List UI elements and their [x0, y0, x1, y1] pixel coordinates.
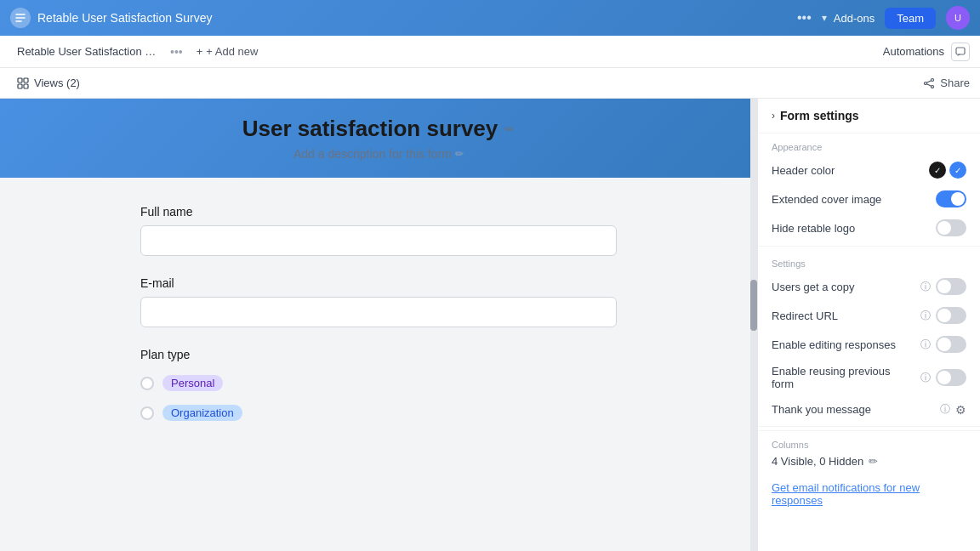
svg-point-5 [932, 78, 934, 81]
views-bar: Views (2) Share [0, 68, 980, 99]
blue-check-icon: ✓ [954, 166, 961, 175]
enable-editing-info-icon[interactable]: ⓘ [920, 338, 931, 352]
share-label: Share [940, 77, 970, 89]
organization-badge[interactable]: Organization [162, 405, 242, 421]
form-content: Full name E-mail Plan type Personal Orga… [123, 178, 634, 455]
thank-you-label: Thank you message [772, 403, 935, 416]
color-blue-button[interactable]: ✓ [949, 162, 966, 179]
users-copy-row: Users get a copy ⓘ [758, 272, 980, 301]
fullname-field-group: Full name [140, 205, 617, 256]
hide-logo-toggle[interactable] [936, 219, 966, 236]
form-settings-header[interactable]: › Form settings [758, 99, 980, 133]
enable-reusing-toggle[interactable] [936, 369, 966, 386]
top-nav: Retable User Satisfaction Survey ••• ▾ A… [0, 0, 980, 36]
personal-badge[interactable]: Personal [162, 375, 223, 391]
columns-edit-icon[interactable]: ✏ [869, 455, 878, 468]
sub-nav: Retable User Satisfaction S... ••• + + A… [0, 36, 980, 68]
redirect-url-toggle[interactable] [936, 307, 966, 324]
description-edit-icon[interactable]: ✏ [455, 148, 464, 160]
users-copy-toggle[interactable] [936, 278, 966, 295]
dark-check-icon: ✓ [934, 166, 941, 175]
personal-radio[interactable] [140, 377, 154, 390]
color-dark-button[interactable]: ✓ [929, 162, 946, 179]
divider-1 [758, 246, 980, 247]
fullname-input[interactable] [140, 225, 617, 256]
form-title: User satisfaction survey [242, 116, 499, 142]
extended-cover-toggle[interactable] [936, 190, 966, 207]
svg-point-7 [932, 85, 934, 88]
extended-cover-label: Extended cover image [772, 193, 931, 206]
svg-rect-3 [18, 84, 22, 88]
enable-editing-label: Enable editing responses [772, 338, 915, 351]
tab-more-icon[interactable]: ••• [170, 45, 183, 59]
right-panel: › Form settings Appearance Header color … [757, 99, 980, 551]
svg-line-8 [927, 80, 932, 82]
share-button[interactable]: Share [923, 77, 970, 89]
current-tab[interactable]: Retable User Satisfaction S... [10, 42, 163, 61]
hide-logo-row: Hide retable logo [758, 213, 980, 242]
enable-reusing-info-icon[interactable]: ⓘ [920, 371, 931, 385]
nav-more-icon[interactable]: ••• [794, 10, 815, 26]
enable-reusing-knob [937, 371, 951, 384]
svg-rect-4 [24, 84, 28, 88]
title-edit-icon[interactable]: ✏ [504, 122, 515, 136]
chat-icon[interactable] [951, 43, 970, 61]
plan-option-organization[interactable]: Organization [140, 405, 617, 421]
sub-nav-right: Automations [883, 43, 970, 61]
settings-group-label: Settings [758, 250, 980, 272]
form-settings-title: Form settings [780, 109, 859, 122]
settings-chevron-icon: › [772, 110, 775, 122]
extended-cover-knob [951, 192, 965, 206]
enable-editing-toggle[interactable] [936, 336, 966, 353]
extended-cover-row: Extended cover image [758, 185, 980, 213]
email-label: E-mail [140, 276, 617, 290]
redirect-url-knob [937, 309, 951, 322]
app-logo [10, 8, 31, 28]
nav-right-actions: Add-ons Team U [834, 6, 970, 30]
header-color-row: Header color ✓ ✓ [758, 156, 980, 185]
addons-button[interactable]: Add-ons [834, 12, 875, 25]
enable-reusing-label: Enable reusing previous form [772, 365, 915, 390]
enable-editing-knob [937, 338, 951, 351]
enable-editing-row: Enable editing responses ⓘ [758, 330, 980, 359]
plan-option-personal[interactable]: Personal [140, 375, 617, 391]
email-notification-link[interactable]: Get email notifications for new response… [758, 476, 980, 512]
plantype-field-group: Plan type Personal Organization [140, 348, 617, 428]
plantype-label: Plan type [140, 348, 617, 361]
hide-logo-label: Hide retable logo [772, 222, 931, 235]
users-copy-info-icon[interactable]: ⓘ [920, 280, 931, 294]
email-input[interactable] [140, 297, 617, 327]
users-copy-label: Users get a copy [772, 281, 915, 293]
automations-button[interactable]: Automations [883, 45, 944, 58]
add-new-button[interactable]: + + Add new [190, 42, 265, 61]
email-field-group: E-mail [140, 276, 617, 327]
nav-chevron-icon[interactable]: ▾ [822, 12, 827, 24]
views-button[interactable]: Views (2) [10, 73, 87, 93]
columns-section: Columns 4 Visible, 0 Hidden ✏ [758, 430, 980, 476]
appearance-group-label: Appearance [758, 133, 980, 156]
columns-visible-row: 4 Visible, 0 Hidden ✏ [772, 455, 966, 468]
form-title-row: User satisfaction survey ✏ [242, 116, 516, 142]
thank-you-info-icon[interactable]: ⓘ [940, 402, 950, 417]
form-description-row: Add a description for this form ✏ [293, 147, 464, 161]
svg-line-9 [927, 83, 932, 86]
columns-label: Columns [772, 440, 966, 450]
svg-point-6 [925, 82, 927, 84]
color-options: ✓ ✓ [929, 162, 966, 179]
form-description-text[interactable]: Add a description for this form [293, 147, 452, 161]
organization-radio[interactable] [140, 406, 154, 420]
fullname-label: Full name [140, 205, 617, 219]
views-label: Views (2) [34, 77, 80, 89]
users-copy-knob [937, 280, 951, 293]
main-layout: User satisfaction survey ✏ Add a descrip… [0, 99, 980, 551]
header-color-label: Header color [772, 164, 929, 177]
add-new-label: + Add new [206, 45, 258, 58]
thank-you-gear-icon[interactable]: ⚙ [955, 403, 966, 417]
divider-2 [758, 426, 980, 427]
redirect-url-info-icon[interactable]: ⓘ [920, 309, 931, 323]
team-button[interactable]: Team [885, 8, 936, 29]
scroll-thumb[interactable] [750, 280, 757, 331]
user-avatar[interactable]: U [946, 6, 970, 30]
scroll-track[interactable] [750, 99, 757, 551]
form-header: User satisfaction survey ✏ Add a descrip… [0, 99, 757, 178]
